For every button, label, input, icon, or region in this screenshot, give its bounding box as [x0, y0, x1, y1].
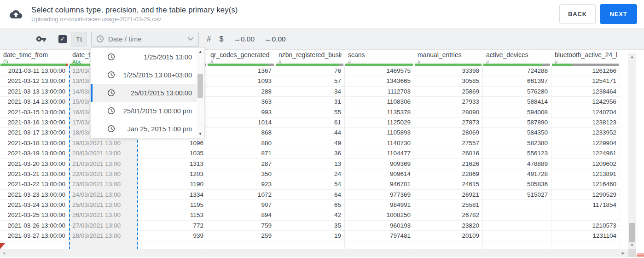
table-cell: 1209602	[551, 159, 620, 169]
date-format-option[interactable]: 1/25/2015 13:00	[91, 48, 204, 66]
dropdown-scrollbar[interactable]: ▲ ▼	[197, 48, 204, 137]
table-cell	[207, 241, 275, 249]
table-cell: 55	[275, 107, 345, 117]
scroll-left-icon[interactable]: ◀	[2, 251, 5, 255]
date-format-option[interactable]: 1/25/2015 13:00+03:00	[91, 66, 204, 84]
text-type-button[interactable]: Tt	[71, 32, 87, 47]
table-cell: 25581	[414, 200, 483, 210]
table-cell: 27873	[414, 117, 483, 128]
table-cell: 27557	[414, 138, 483, 148]
table-cell: 1238123	[551, 117, 620, 128]
table-cell: 1104477	[345, 148, 414, 158]
column-type-toolbar: ✓ Tt Date / time # $ →0.00 ←0.00	[0, 29, 644, 50]
clock-icon	[107, 53, 115, 61]
number-type-button[interactable]: #	[207, 35, 211, 44]
vertical-scrollbar[interactable]: ▲ ▼	[628, 53, 636, 249]
primary-key-icon[interactable]	[36, 34, 46, 44]
table-cell	[551, 210, 620, 220]
table-cell: 20109	[414, 231, 483, 241]
date-format-option[interactable]: Jan 25, 2015 1:00 pm	[91, 120, 204, 138]
scroll-down-icon[interactable]: ▼	[628, 243, 636, 247]
table-cell: 478889	[483, 159, 551, 169]
table-cell: 505836	[483, 179, 551, 189]
date-format-option[interactable]: 25/01/2015 13:00:00	[91, 84, 204, 102]
table-cell: 27933	[414, 97, 483, 107]
table-cell: 907	[207, 200, 275, 210]
column-type-select[interactable]: Date / time	[91, 32, 199, 47]
table-cell: 939	[138, 231, 207, 241]
table-row: 2021-03-18 13:00:0019/03/2021 13:0010968…	[0, 138, 644, 148]
table-cell: 1105893	[345, 128, 414, 138]
column-header-nzbn_registered_busine[interactable]: nzbn_registered_busine#	[275, 50, 345, 66]
column-header-manual_entries[interactable]: manual_entries#	[414, 50, 483, 66]
dropdown-scrollbar-thumb[interactable]	[197, 74, 203, 98]
date-format-option[interactable]: 25/01/2015 1:00:00 pm	[91, 102, 204, 120]
column-header-date_time_from[interactable]: date_time_from	[0, 50, 69, 66]
table-cell: 2021-03-16 13:00:00	[0, 117, 69, 128]
table-cell: 594008	[483, 107, 551, 117]
table-cell: 1072	[207, 190, 275, 200]
table-cell: 993	[207, 107, 275, 117]
scroll-right-icon[interactable]: ▶	[622, 251, 625, 255]
next-button[interactable]: NEXT	[600, 4, 637, 24]
table-cell: 1313	[138, 159, 207, 169]
dropdown-scroll-up-icon[interactable]: ▲	[197, 50, 204, 54]
selected-option-marker	[91, 84, 93, 102]
table-cell: 26016	[414, 148, 483, 158]
column-header-bluetooth_active_24_hr_[interactable]: bluetooth_active_24_hr_#	[551, 50, 620, 66]
table-cell: 2021-03-14 13:00:00	[0, 97, 69, 107]
table-cell: 2021-03-26 13:00:00	[0, 221, 69, 231]
table-row: 2021-03-22 13:00:0023/03/2021 13:0011909…	[0, 179, 644, 189]
clock-icon	[96, 35, 104, 43]
table-cell: 27/03/2021 13:00	[69, 221, 138, 231]
table-row: 2021-03-20 13:00:0021/03/2021 13:0013132…	[0, 159, 644, 169]
increase-precision-button[interactable]: →0.00	[233, 35, 255, 43]
table-cell: 797481	[345, 231, 414, 241]
table-cell: 1203	[138, 169, 207, 179]
column-header-scans[interactable]: scans#	[345, 50, 414, 66]
date-format-option-label: 1/25/2015 13:00+03:00	[119, 71, 192, 79]
table-cell: 894	[207, 210, 275, 220]
table-cell: 33398	[414, 66, 483, 76]
upload-wizard-window: Select columns type, precision, and the …	[0, 0, 644, 258]
table-cell: 871	[207, 148, 275, 158]
upload-cloud-icon	[10, 9, 22, 20]
table-cell: 588414	[483, 97, 551, 107]
table-cell: 2021-03-11 13:00:00	[0, 66, 69, 76]
table-cell	[483, 221, 551, 231]
table-row: 2021-03-19 13:00:0020/03/2021 13:0010358…	[0, 148, 644, 158]
table-cell: 26782	[414, 210, 483, 220]
table-cell: 44	[275, 128, 345, 138]
table-cell: 2021-03-20 13:00:00	[0, 159, 69, 169]
page-title: Select columns type, precision, and the …	[31, 6, 238, 14]
back-button[interactable]: BACK	[559, 4, 596, 24]
include-column-checkbox[interactable]: ✓	[58, 35, 67, 43]
table-cell: 1195	[138, 200, 207, 210]
table-cell: 24/03/2021 13:00	[69, 190, 138, 200]
table-cell: 1171854	[551, 200, 620, 210]
table-cell: 2021-03-17 13:00:00	[0, 128, 69, 138]
table-cell: 1242956	[551, 97, 620, 107]
decrease-precision-button[interactable]: ←0.00	[265, 35, 286, 43]
table-cell	[414, 241, 483, 249]
table-cell: 34	[275, 87, 345, 97]
vertical-scrollbar-thumb[interactable]	[629, 223, 635, 242]
column-name: bluetooth_active_24_hr_	[555, 51, 617, 59]
column-name: active_devices	[486, 51, 548, 59]
table-cell: 1367	[207, 66, 275, 76]
table-cell: 24	[275, 169, 345, 179]
column-name: qr_codes_generated	[210, 51, 272, 59]
currency-type-button[interactable]: $	[219, 35, 223, 43]
table-cell: 1035	[138, 148, 207, 158]
table-cell	[275, 241, 345, 249]
table-cell: 1008250	[345, 210, 414, 220]
dropdown-scroll-down-icon[interactable]: ▼	[197, 132, 204, 136]
table-cell: 350	[207, 169, 275, 179]
table-cell: 1240704	[551, 107, 620, 117]
horizontal-scrollbar[interactable]: ◀ ▶	[0, 249, 628, 257]
scroll-up-icon[interactable]: ▲	[628, 55, 636, 59]
column-header-active_devices[interactable]: active_devices#	[483, 50, 551, 66]
table-cell: 984991	[345, 200, 414, 210]
table-row: 2021-03-25 13:00:0026/03/2021 13:0011538…	[0, 210, 644, 220]
column-header-qr_codes_generated[interactable]: qr_codes_generated#	[207, 50, 275, 66]
